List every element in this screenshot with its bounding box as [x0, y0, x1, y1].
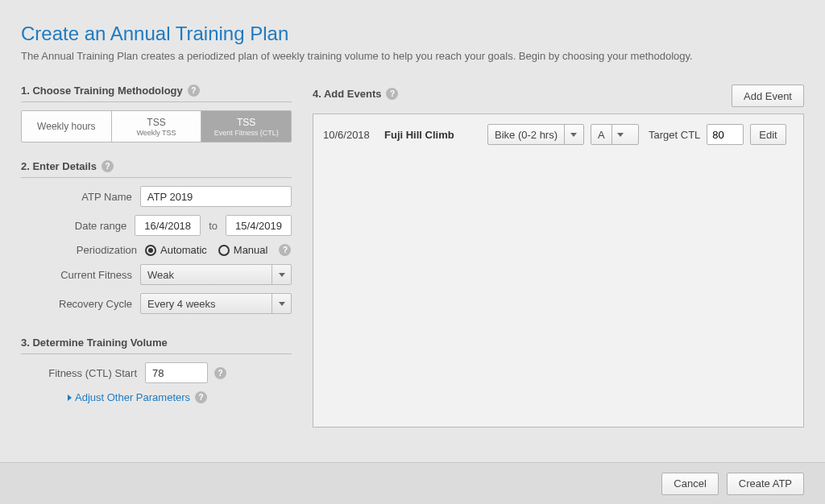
event-row: 10/6/2018 Fuji Hill Climb Bike (0-2 hrs)… [323, 124, 794, 145]
chevron-down-icon [272, 294, 291, 313]
help-icon[interactable]: ? [279, 244, 291, 256]
atp-name-label: ATP Name [21, 191, 140, 203]
tab-label: TSS [147, 117, 165, 128]
date-from-input[interactable] [135, 215, 201, 236]
date-range-label: Date range [21, 220, 135, 232]
select-value: Every 4 weeks [141, 294, 272, 313]
section-details-label: 2. Enter Details [21, 160, 97, 172]
tab-sublabel: Event Fitness (CTL) [214, 129, 279, 137]
section-methodology-label: 1. Choose Training Methodology [21, 85, 183, 97]
date-to-input[interactable] [226, 215, 292, 236]
target-ctl-label: Target CTL [649, 129, 700, 141]
radio-label: Automatic [160, 244, 207, 256]
section-details: 2. Enter Details ? [21, 160, 292, 178]
tab-sublabel: Weekly TSS [136, 129, 176, 137]
triangle-right-icon [68, 395, 72, 401]
select-value: Bike (0-2 hrs) [488, 125, 564, 144]
ctl-start-label: Fitness (CTL) Start [21, 367, 145, 379]
section-volume-label: 3. Determine Training Volume [21, 337, 168, 349]
event-priority-select[interactable]: A [591, 124, 639, 145]
section-volume: 3. Determine Training Volume [21, 337, 292, 354]
cancel-button[interactable]: Cancel [661, 473, 718, 495]
select-value: Weak [141, 265, 272, 284]
radio-icon [218, 245, 230, 256]
events-container: 10/6/2018 Fuji Hill Climb Bike (0-2 hrs)… [313, 114, 804, 428]
tab-label: TSS [237, 117, 255, 128]
event-date: 10/6/2018 [323, 129, 378, 141]
radio-label: Manual [234, 244, 268, 256]
help-icon[interactable]: ? [102, 160, 114, 172]
chevron-down-icon [272, 265, 291, 284]
periodization-manual-radio[interactable]: Manual [218, 244, 268, 256]
current-fitness-select[interactable]: Weak [140, 264, 292, 285]
ctl-start-input[interactable] [145, 362, 208, 383]
create-atp-button[interactable]: Create ATP [727, 473, 804, 495]
help-icon[interactable]: ? [386, 88, 398, 100]
methodology-tabs: Weekly hours TSS Weekly TSS TSS Event Fi… [21, 110, 292, 143]
date-to-label: to [209, 220, 218, 232]
target-ctl-input[interactable] [707, 124, 744, 145]
tab-event-fitness[interactable]: TSS Event Fitness (CTL) [201, 111, 291, 142]
help-icon[interactable]: ? [195, 391, 207, 403]
tab-weekly-tss[interactable]: TSS Weekly TSS [112, 111, 202, 142]
current-fitness-label: Current Fitness [21, 269, 140, 281]
event-name: Fuji Hill Climb [384, 129, 481, 141]
recovery-cycle-select[interactable]: Every 4 weeks [140, 293, 292, 314]
help-icon[interactable]: ? [214, 367, 226, 379]
edit-event-button[interactable]: Edit [750, 124, 786, 145]
section-events-label: 4. Add Events [313, 88, 381, 100]
help-icon[interactable]: ? [188, 85, 200, 97]
event-type-select[interactable]: Bike (0-2 hrs) [487, 124, 584, 145]
chevron-down-icon [564, 125, 582, 144]
footer-bar: Cancel Create ATP [0, 462, 825, 504]
radio-icon [145, 245, 156, 256]
page-subtitle: The Annual Training Plan creates a perio… [21, 50, 804, 62]
link-text: Adjust Other Parameters [75, 391, 190, 403]
adjust-parameters-link[interactable]: Adjust Other Parameters [68, 391, 190, 403]
recovery-cycle-label: Recovery Cycle [21, 298, 140, 310]
add-event-button[interactable]: Add Event [732, 85, 804, 107]
periodization-label: Periodization [21, 244, 145, 256]
chevron-down-icon [611, 125, 629, 144]
page-title: Create an Annual Training Plan [21, 23, 804, 45]
section-events: 4. Add Events ? [313, 88, 398, 100]
section-methodology: 1. Choose Training Methodology ? [21, 85, 292, 102]
periodization-auto-radio[interactable]: Automatic [145, 244, 207, 256]
atp-name-input[interactable] [140, 186, 292, 207]
tab-label: Weekly hours [37, 121, 95, 132]
select-value: A [591, 125, 611, 144]
tab-weekly-hours[interactable]: Weekly hours [22, 111, 112, 142]
